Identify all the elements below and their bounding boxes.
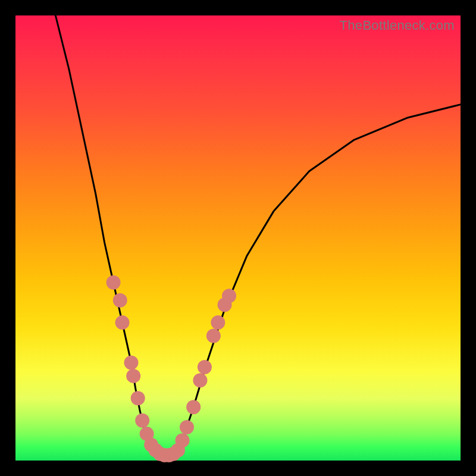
- highlight-dot: [180, 420, 194, 434]
- highlight-dot: [186, 400, 201, 414]
- plot-area: TheBottleneck.com: [15, 15, 461, 461]
- highlight-dot: [107, 275, 121, 290]
- highlight-dot: [193, 373, 207, 387]
- highlight-dot: [126, 369, 140, 383]
- highlight-dot: [135, 414, 149, 428]
- highlight-dot: [131, 391, 145, 405]
- chart-svg: [15, 15, 461, 461]
- highlight-dot: [113, 293, 127, 308]
- highlight-dots-group: [107, 275, 236, 462]
- bottleneck-curve: [55, 15, 461, 458]
- highlight-dot: [124, 355, 138, 369]
- highlight-dot: [115, 315, 130, 330]
- chart-container: TheBottleneck.com: [0, 0, 476, 476]
- highlight-dot: [222, 289, 236, 303]
- highlight-dot: [198, 360, 212, 374]
- highlight-dot: [206, 329, 221, 343]
- highlight-dot: [211, 315, 225, 330]
- highlight-dot: [176, 433, 190, 447]
